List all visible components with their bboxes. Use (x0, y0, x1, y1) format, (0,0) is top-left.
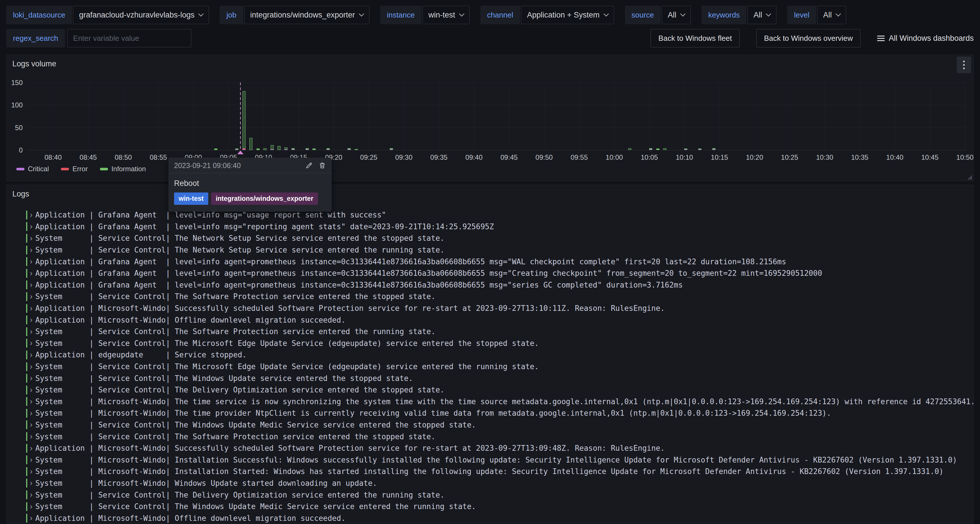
log-row[interactable]: ›Application | Grafana Agent | level=inf… (6, 256, 974, 268)
variable-select-loki_datasource[interactable]: grafanacloud-vzhuravlevlabs-logs (73, 6, 209, 24)
log-level-indicator (26, 444, 27, 453)
variable-select-job[interactable]: integrations/windows_exporter (244, 6, 369, 24)
log-row[interactable]: ›System | Service Control| The Windows U… (6, 501, 974, 513)
log-level-indicator (26, 350, 27, 359)
bar-information (348, 148, 351, 150)
expand-arrow-icon: › (30, 304, 32, 313)
log-level-indicator (26, 257, 27, 266)
log-row[interactable]: ›Application | edgeupdate | Service stop… (6, 349, 974, 361)
log-row[interactable]: ›Application | Grafana Agent | level=inf… (6, 209, 974, 221)
log-row[interactable]: ›System | Service Control| The Delivery … (6, 489, 974, 501)
log-row[interactable]: ›System | Service Control| The Software … (6, 326, 974, 338)
log-row[interactable]: ›System | Microsoft-Windo| The time prov… (6, 407, 974, 419)
x-gridline (509, 83, 509, 150)
expand-arrow-icon: › (30, 444, 32, 453)
variable-group-keywords: keywordsAll (702, 6, 776, 24)
variable-value: All (668, 11, 676, 19)
all-windows-dashboards-link[interactable]: All Windows dashboards (877, 34, 974, 43)
log-line-text: System | Service Control| The Software P… (35, 432, 436, 441)
log-level-indicator (26, 409, 27, 418)
log-row[interactable]: ›Application | Microsoft-Windo| Offline … (6, 314, 974, 326)
bar-information (242, 91, 246, 149)
log-line-text: Application | edgeupdate | Service stopp… (35, 350, 247, 359)
log-row[interactable]: ›System | Microsoft-Windo| Installation … (6, 466, 974, 478)
expand-arrow-icon: › (30, 467, 32, 476)
chevron-down-icon (459, 11, 464, 16)
variable-value: grafanacloud-vzhuravlevlabs-logs (79, 11, 194, 19)
x-gridline (649, 83, 650, 150)
log-line-text: Application | Grafana Agent | level=info… (35, 281, 683, 289)
bar-information (698, 148, 702, 150)
x-gridline (789, 83, 790, 150)
annotation-tag-job[interactable]: integrations/windows_exporter (211, 193, 318, 205)
annotation-tag-instance[interactable]: win-test (174, 193, 208, 205)
variable-select-source[interactable]: All (662, 6, 691, 24)
logs-volume-chart: 05010015008:4008:4508:5008:5509:0009:050… (6, 55, 974, 181)
log-row[interactable]: ›System | Service Control| The Windows U… (6, 419, 974, 431)
log-row[interactable]: ›System | Service Control| The Delivery … (6, 384, 974, 396)
x-gridline (579, 83, 580, 150)
annotation-marker-icon[interactable] (237, 151, 243, 154)
chart-legend: CriticalErrorInformation (16, 165, 146, 173)
edit-annotation-pencil-icon[interactable] (305, 162, 313, 169)
log-row[interactable]: ›System | Service Control| The Software … (6, 431, 974, 443)
variable-select-instance[interactable]: win-test (423, 6, 469, 24)
log-line-text: Application | Grafana Agent | level=info… (35, 222, 494, 231)
hamburger-icon (877, 36, 885, 41)
log-level-indicator (26, 269, 27, 278)
x-axis-tick-label: 10:50 (956, 153, 974, 161)
variable-select-level[interactable]: All (817, 6, 846, 24)
legend-item-information[interactable]: Information (100, 165, 146, 173)
x-gridline (123, 83, 124, 150)
log-row[interactable]: ›System | Service Control| The Microsoft… (6, 338, 974, 349)
x-gridline (719, 83, 720, 150)
variable-select-keywords[interactable]: All (747, 6, 776, 24)
bar-information (270, 145, 274, 150)
legend-item-error[interactable]: Error (61, 165, 88, 173)
log-level-indicator (26, 292, 27, 301)
x-axis-tick-label: 10:10 (676, 153, 693, 161)
y-axis-tick-label: 150 (6, 79, 23, 87)
log-row[interactable]: ›System | Microsoft-Windo| Windows Updat… (6, 478, 974, 489)
expand-arrow-icon: › (30, 222, 32, 231)
x-gridline (334, 83, 334, 150)
log-row[interactable]: ›System | Service Control| The Microsoft… (6, 361, 974, 373)
log-line-text: System | Service Control| The Network Se… (35, 245, 444, 254)
log-row[interactable]: ›System | Service Control| The Software … (6, 291, 974, 303)
log-level-indicator (26, 432, 27, 441)
log-row[interactable]: ›System | Microsoft-Windo| The time serv… (6, 396, 974, 408)
log-row[interactable]: ›Application | Grafana Agent | level=inf… (6, 268, 974, 279)
panel-resize-handle[interactable] (967, 175, 972, 180)
back-to-windows-fleet-button[interactable]: Back to Windows fleet (651, 29, 740, 48)
log-row[interactable]: ›Application | Microsoft-Windo| Successf… (6, 303, 974, 314)
bar-information (355, 149, 358, 150)
legend-item-critical[interactable]: Critical (16, 165, 49, 173)
toolbar-buttons: Back to Windows fleet Back to Windows ov… (651, 29, 974, 48)
log-level-indicator (26, 280, 27, 289)
log-row[interactable]: ›System | Service Control| The Windows U… (6, 372, 974, 384)
annotation-title: Reboot (174, 179, 326, 188)
expand-arrow-icon: › (30, 385, 32, 395)
log-row[interactable]: ›Application | Grafana Agent | level=inf… (6, 221, 974, 233)
back-to-windows-overview-button[interactable]: Back to Windows overview (756, 29, 861, 48)
bar-information (305, 148, 309, 150)
delete-annotation-trash-icon[interactable] (318, 162, 326, 169)
bar-information (326, 148, 330, 150)
log-row[interactable]: ›System | Service Control| The Network S… (6, 233, 974, 244)
variable-select-channel[interactable]: Application + System (521, 6, 614, 24)
regex-search-label: regex_search (6, 29, 65, 48)
chevron-down-icon (835, 11, 841, 16)
log-level-indicator (26, 304, 27, 313)
log-row[interactable]: ›Application | Grafana Agent | level=inf… (6, 279, 974, 291)
expand-arrow-icon: › (30, 280, 32, 289)
log-row[interactable]: ›System | Service Control| The Network S… (6, 244, 974, 256)
log-level-indicator (26, 362, 27, 371)
expand-arrow-icon: › (30, 245, 32, 255)
variable-value: All (823, 11, 832, 19)
log-row[interactable]: ›Application | Microsoft-Windo| Offline … (6, 512, 974, 524)
regex-search-input[interactable] (67, 29, 191, 48)
log-row[interactable]: ›Application | Microsoft-Windo| Successf… (6, 443, 974, 454)
log-line-text: Application | Grafana Agent | level=info… (35, 269, 822, 277)
log-row[interactable]: ›System | Microsoft-Windo| Installation … (6, 454, 974, 466)
x-gridline (299, 83, 299, 150)
